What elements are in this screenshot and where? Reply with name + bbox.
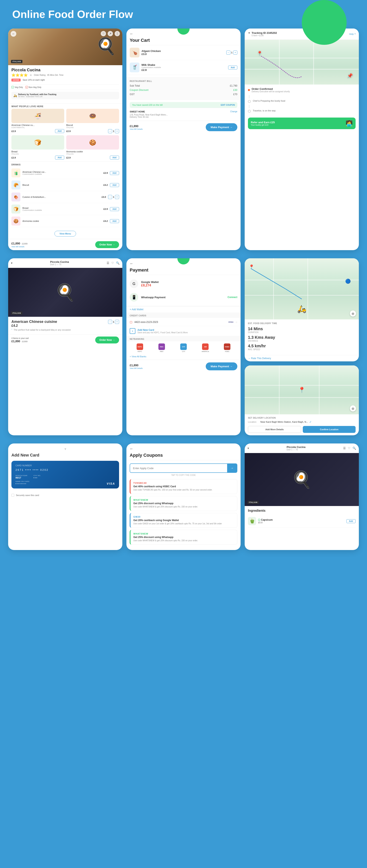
search-icon[interactable]: 🔍 [116,261,119,265]
qty-minus-button[interactable]: − [226,51,230,55]
collapse-button[interactable]: ▾ [11,447,119,451]
coupon-description: Use code WHATSNEW & get 25% discount upt… [133,539,234,542]
chevron-down-icon[interactable]: ▾ [248,446,249,450]
citi-logo: CITI [180,343,187,350]
status-confirmed-row: Order Confirmed Delivery Executive will … [248,87,356,93]
save-card-checkbox[interactable] [11,494,14,497]
add-drink-button[interactable]: Add [110,207,119,211]
bank-item-hdfc[interactable]: HDFC HDFC [130,343,150,352]
location-action-buttons: Add More Details Confirm Location [248,426,356,433]
my-location-button[interactable]: ◎ [350,310,356,316]
refer-sub: Your buddy get £10 [251,124,275,126]
nonveg-option[interactable]: Non-Veg Only [26,86,41,88]
subtotal-value: £1,790 [230,84,237,87]
help-link[interactable]: Help ? [349,33,356,35]
view-bill-link[interactable]: View Bill Details [130,128,143,130]
food-image: 🍜 [11,109,64,123]
more-icon[interactable]: ⋮ [115,31,120,36]
menu-icon[interactable]: ☰ [107,261,109,265]
whatsapp-label: Whatsapp Payment [141,296,225,299]
distance-stat: 1.3 Kms Away Distance [248,335,356,342]
qty-number: 1 [231,51,232,54]
edit-coupon-button[interactable]: EDIT COUPON [221,104,235,106]
cvv-value: • • • [33,476,41,479]
distance-value: 1.3 Kms Away [248,335,275,340]
ingredient-item: 🫑 ● Capsicum £0.8 Add [248,515,356,527]
add-drink-button[interactable]: Add [110,171,119,175]
radio-button[interactable]: ○ [236,320,237,324]
make-payment-button[interactable]: Make Payment → [206,362,237,370]
add-ingredient-button[interactable]: Add [346,519,356,523]
qty-plus-button[interactable]: + [115,129,119,133]
add-more-details-button[interactable]: Add More Details [248,426,301,433]
food-price: £2.9 [11,156,16,159]
rating-text: Order Rating [34,74,46,76]
list-item: 🍞 Bread ITALIAN £2.9 Add [11,135,64,159]
refer-text: Refer and Earn £25 Your buddy get £10 [251,121,275,126]
back-button[interactable]: ← [10,31,16,37]
bank-item-citi[interactable]: CITI CITI [173,343,194,352]
back-button[interactable]: ← [130,447,237,451]
veg-option[interactable]: Veg Only [11,86,23,88]
whatsapp-payment-info: Whatsapp Payment [141,296,225,299]
coupon-code-input[interactable] [130,464,227,472]
dish-price: £4.2 [11,324,119,328]
bank-name: HSBC [225,350,229,352]
view-all-banks-link[interactable]: + View All Banks [126,354,241,360]
add-food-button[interactable]: Add [110,156,119,159]
refer-figure: 🧑‍💻 [346,120,353,127]
change-address-button[interactable]: Change [230,111,237,113]
restaurant-hero: ← ♡ ↗ ⋮ ITALIAN [8,29,122,65]
drinks-list: 🧃 American Chinese cui... Customization … [8,167,122,229]
add-item-button[interactable]: Add [228,66,237,69]
my-location-button[interactable]: ◎ [350,405,356,411]
qty-plus-button[interactable]: + [233,51,237,55]
qty-plus-button[interactable]: + [115,320,119,324]
step-circle [248,100,251,103]
heart-icon[interactable]: ♡ [101,31,106,36]
qty-number: 1 [113,196,114,198]
rate-delivery-link[interactable]: → Rate This Delivery [245,355,359,361]
ingredients-title: Ingredients [248,509,356,513]
qty-minus-button[interactable]: − [108,320,112,324]
qty-plus-button[interactable]: + [115,195,119,199]
whatsapp-emoji: 📱 [132,295,137,300]
bank-item-hsbc[interactable]: HSBC HSBC [217,343,237,352]
view-bill-link[interactable]: View Bill Details [11,246,28,248]
connect-button[interactable]: Connect [228,296,237,299]
make-payment-button[interactable]: Make Payment → [206,123,237,131]
map-street [245,397,359,398]
add-new-card-item[interactable]: + Add New Card Save and pay via HDFC, Fo… [126,326,241,336]
add-wallet-link[interactable]: + Add Wallet [126,306,241,312]
search-icon[interactable]: 🔍 [352,446,356,450]
coupon-submit-button[interactable]: → [227,464,237,472]
view-menu-button[interactable]: View Menu [54,231,76,237]
add-drink-button[interactable]: Add [110,183,119,187]
add-food-button[interactable]: Add [55,129,64,133]
hsbc-logo: HSBC [224,343,230,350]
qty-minus-button[interactable]: − [108,195,112,199]
destination-pin-icon: 🔵 [345,279,351,284]
confirm-location-button[interactable]: Confirm Location [303,426,356,433]
add-drink-button[interactable]: Add [110,219,119,223]
list-item: 🍖 Cuisine of Antebellum... £3.0 − 1 + [11,191,119,203]
food-cuisine: ITALIAN [11,153,64,155]
list-item: 🍞 Bread Customization Available £2.9 Add [11,203,119,215]
heart-icon[interactable]: ♡ [111,261,114,265]
share-icon[interactable]: ↗ [108,31,113,36]
order-now-button[interactable]: Order Now → [95,241,119,248]
qty-minus-button[interactable]: − [108,129,112,133]
view-bill-link[interactable]: View Bill Details [130,367,143,369]
list-item: 🥤 Milk Shake Customization Available £2.… [126,60,241,75]
chevron-down-icon[interactable]: ▾ [11,261,12,265]
menu-icon[interactable]: ☰ [343,446,346,450]
drink-price: £4.2 [103,220,108,222]
bank-item-america[interactable]: AM AMERICA [195,343,216,352]
est-delivery-label: EST. FOOD DELIVERY TIME [248,322,356,324]
quantity-control: − 1 + [108,195,119,199]
order-now-button[interactable]: Order Now → [95,337,119,343]
add-food-button[interactable]: Add [55,156,64,159]
heart-icon[interactable]: ♡ [348,446,350,450]
drink-image: 🧃 [11,168,20,178]
bank-item-rbs[interactable]: RBS RBS [151,343,172,352]
